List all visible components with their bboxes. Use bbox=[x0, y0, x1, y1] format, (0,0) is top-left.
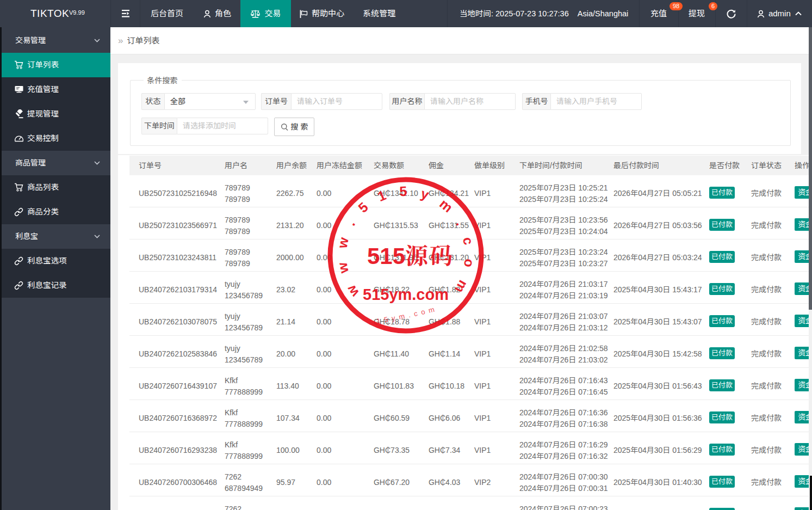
svg-text:515源码: 515源码 bbox=[367, 238, 454, 271]
svg-text:515ym.com: 515ym.com bbox=[368, 304, 439, 327]
svg-text:515ym.com: 515ym.com bbox=[363, 286, 449, 303]
